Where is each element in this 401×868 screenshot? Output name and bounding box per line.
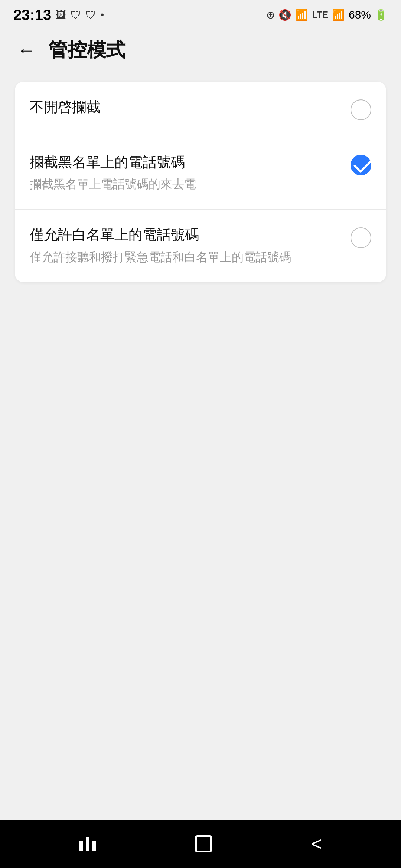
shield1-icon: 🛡 xyxy=(71,9,81,21)
toolbar: ← 管控模式 xyxy=(0,30,401,70)
signal-icon: 📶 xyxy=(332,9,345,21)
option-no-intercept-title: 不開啓攔截 xyxy=(30,98,339,116)
option-blacklist-subtitle: 攔截黑名單上電話號碼的來去電 xyxy=(30,175,339,193)
back-nav-button[interactable]: < xyxy=(296,829,337,858)
option-no-intercept[interactable]: 不開啓攔截 xyxy=(15,82,386,137)
home-button[interactable] xyxy=(180,832,227,856)
wifi-icon: 📶 xyxy=(295,9,308,21)
battery-icon: 🔋 xyxy=(375,9,388,21)
status-time: 23:13 xyxy=(13,7,51,23)
option-no-intercept-radio[interactable] xyxy=(351,99,371,120)
option-blacklist-text: 攔截黑名單上的電話號碼 攔截黑名單上電話號碼的來去電 xyxy=(30,153,351,193)
back-button[interactable]: ← xyxy=(13,37,39,63)
page-title: 管控模式 xyxy=(48,37,125,63)
recent-apps-icon xyxy=(79,837,96,851)
shield2-icon: 🛡 xyxy=(85,9,96,21)
status-bar: 23:13 🖼 🛡 🛡 • ⊛ 🔇 📶 LTE 📶 68% 🔋 xyxy=(0,0,401,30)
option-blacklist-title: 攔截黑名單上的電話號碼 xyxy=(30,153,339,171)
option-no-intercept-text: 不開啓攔截 xyxy=(30,98,351,116)
option-whitelist-title: 僅允許白名單上的電話號碼 xyxy=(30,226,339,244)
option-whitelist-subtitle: 僅允許接聽和撥打緊急電話和白名單上的電話號碼 xyxy=(30,248,339,266)
recent-apps-button[interactable] xyxy=(64,833,111,855)
photo-icon: 🖼 xyxy=(56,9,66,21)
back-nav-icon: < xyxy=(311,833,322,855)
dot-icon: • xyxy=(100,9,104,21)
main-content: 不開啓攔截 攔截黑名單上的電話號碼 攔截黑名單上電話號碼的來去電 僅允許白名單上… xyxy=(0,70,401,820)
option-whitelist-radio[interactable] xyxy=(351,227,371,248)
mute-icon: 🔇 xyxy=(278,9,291,21)
bottom-nav: < xyxy=(0,820,401,868)
bluetooth-icon: ⊛ xyxy=(266,9,275,21)
status-left: 23:13 🖼 🛡 🛡 • xyxy=(13,7,104,23)
option-whitelist-text: 僅允許白名單上的電話號碼 僅允許接聽和撥打緊急電話和白名單上的電話號碼 xyxy=(30,226,351,266)
option-whitelist[interactable]: 僅允許白名單上的電話號碼 僅允許接聽和撥打緊急電話和白名單上的電話號碼 xyxy=(15,210,386,282)
option-blacklist[interactable]: 攔截黑名單上的電話號碼 攔截黑名單上電話號碼的來去電 xyxy=(15,137,386,210)
status-right: ⊛ 🔇 📶 LTE 📶 68% 🔋 xyxy=(266,9,388,21)
option-blacklist-radio[interactable] xyxy=(351,155,371,175)
battery-text: 68% xyxy=(349,9,371,21)
options-card: 不開啓攔截 攔截黑名單上的電話號碼 攔截黑名單上電話號碼的來去電 僅允許白名單上… xyxy=(15,82,386,282)
home-icon xyxy=(195,835,212,852)
lte-icon: LTE xyxy=(312,10,328,20)
